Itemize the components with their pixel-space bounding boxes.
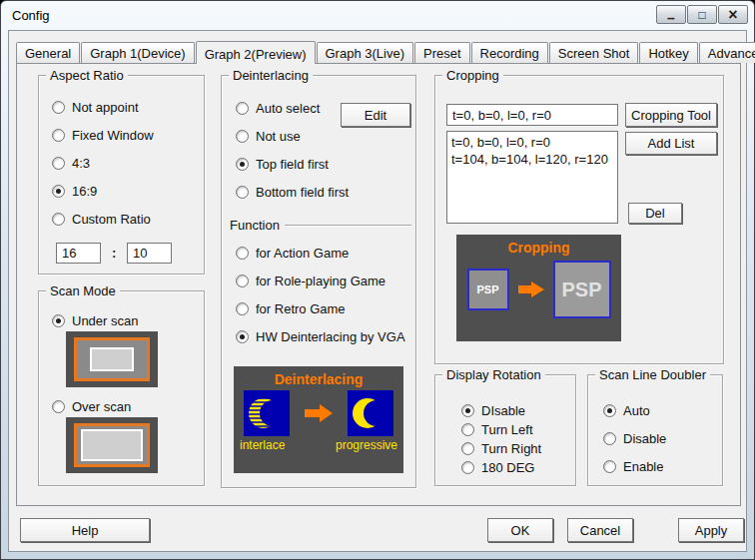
cropping-group: Cropping Cropping Tool t=0, b=0, l=0, r=… <box>434 75 724 364</box>
custom-ratio-height-input[interactable] <box>127 243 172 264</box>
radio-label: for Role-playing Game <box>256 274 385 288</box>
apply-button[interactable]: Apply <box>678 518 744 542</box>
crop-list[interactable]: t=0, b=0, l=0, r=0 t=104, b=104, l=120, … <box>446 131 618 224</box>
tab-preset[interactable]: Preset <box>414 42 470 63</box>
tab-screen-shot[interactable]: Screen Shot <box>549 42 639 63</box>
tab-page-graph2: Aspect Ratio Not appoint Fixed Window 4:… <box>16 63 741 506</box>
tab-general[interactable]: General <box>16 42 80 63</box>
radio-doubler-enable[interactable]: Enable <box>603 459 663 474</box>
radio-label: Under scan <box>72 313 138 328</box>
radio-label: Auto <box>623 403 650 418</box>
radio-icon <box>52 213 65 226</box>
radio-under-scan[interactable]: Under scan <box>52 313 138 328</box>
radio-icon <box>236 275 249 287</box>
function-title: Function <box>230 218 280 233</box>
add-list-button[interactable]: Add List <box>625 132 717 155</box>
monitor-screen-icon <box>90 347 134 371</box>
radio-turn-right[interactable]: Turn Right <box>461 441 541 456</box>
illustration-title: Deinterlacing <box>234 371 403 387</box>
radio-icon <box>603 460 616 473</box>
radio-rotation-disable[interactable]: DIsable <box>461 403 525 418</box>
radio-icon <box>236 330 249 343</box>
radio-icon <box>52 185 65 198</box>
radio-icon <box>52 129 65 142</box>
radio-not-use[interactable]: Not use <box>236 129 301 144</box>
psp-small-image: PSP <box>467 269 509 310</box>
radio-label: for Retro Game <box>256 301 346 316</box>
list-item[interactable]: t=104, b=104, l=120, r=120 <box>451 151 613 168</box>
minimize-icon: – <box>667 11 675 25</box>
radio-icon <box>603 404 616 417</box>
radio-label: Turn Right <box>481 441 541 456</box>
radio-custom-ratio[interactable]: Custom Ratio <box>52 212 151 227</box>
radio-fixed-window[interactable]: Fixed Window <box>52 128 154 143</box>
radio-icon <box>52 314 65 327</box>
minimize-button[interactable]: – <box>656 5 686 24</box>
cropping-illustration: Cropping PSP PSP <box>456 235 621 341</box>
radio-4-3[interactable]: 4:3 <box>52 156 90 171</box>
radio-icon <box>236 102 249 115</box>
radio-16-9[interactable]: 16:9 <box>52 184 97 199</box>
radio-doubler-auto[interactable]: Auto <box>603 403 650 418</box>
radio-for-role-playing-game[interactable]: for Role-playing Game <box>236 274 385 288</box>
radio-icon <box>236 158 249 171</box>
interlace-label: interlace <box>240 438 285 452</box>
del-button[interactable]: Del <box>628 203 682 224</box>
scan-line-doubler-group: Scan Line Doubler Auto Disable Enable <box>587 374 723 486</box>
radio-icon <box>236 247 249 260</box>
radio-top-field-first[interactable]: Top field first <box>236 157 329 172</box>
deinterlacing-group: Deinterlacing Auto select Edit Not use T… <box>221 75 416 488</box>
radio-label: Custom Ratio <box>72 212 151 227</box>
radio-not-appoint[interactable]: Not appoint <box>52 100 139 115</box>
radio-icon <box>461 461 474 474</box>
scan-mode-title: Scan Mode <box>46 283 120 298</box>
ratio-colon: : <box>112 246 116 261</box>
interlaced-moon-icon <box>244 390 290 436</box>
tab-recording[interactable]: Recording <box>471 42 548 63</box>
config-window: Config – □ × General Graph 1(Device) Gra… <box>0 0 755 560</box>
illustration-row: PSP PSP <box>456 261 621 318</box>
maximize-button[interactable]: □ <box>687 5 717 24</box>
dialog-body: General Graph 1(Device) Graph 2(Preview)… <box>8 30 747 552</box>
radio-label: 16:9 <box>72 184 97 199</box>
radio-bottom-field-first[interactable]: Bottom field first <box>236 185 349 200</box>
help-button[interactable]: Help <box>20 518 150 542</box>
radio-icon <box>461 442 474 455</box>
cancel-button[interactable]: Cancel <box>567 518 633 542</box>
cropping-tool-button[interactable]: Cropping Tool <box>625 103 717 127</box>
close-button[interactable]: × <box>718 5 748 24</box>
cropping-title: Cropping <box>442 68 503 83</box>
radio-turn-left[interactable]: Turn Left <box>461 422 533 437</box>
tab-hotkey[interactable]: Hotkey <box>639 42 697 63</box>
ok-button[interactable]: OK <box>487 518 553 542</box>
radio-label: 4:3 <box>72 156 90 171</box>
tab-graph3-live[interactable]: Graph 3(Live) <box>317 42 413 63</box>
radio-label: Not appoint <box>72 100 139 115</box>
radio-180-deg[interactable]: 180 DEG <box>461 460 534 475</box>
radio-label: HW Deinterlacing by VGA <box>256 329 405 344</box>
radio-label: for Action Game <box>256 246 349 261</box>
radio-icon <box>461 404 474 417</box>
radio-icon <box>236 130 249 143</box>
monitor-frame-icon <box>74 337 150 381</box>
radio-hw-deinterlacing-vga[interactable]: HW Deinterlacing by VGA <box>236 329 405 344</box>
list-item[interactable]: t=0, b=0, l=0, r=0 <box>451 134 613 151</box>
radio-for-retro-game[interactable]: for Retro Game <box>236 301 346 316</box>
crop-values-input[interactable] <box>446 104 618 126</box>
radio-auto-select[interactable]: Auto select <box>236 101 320 116</box>
tab-graph1-device[interactable]: Graph 1(Device) <box>81 42 194 63</box>
radio-icon <box>236 302 249 315</box>
psp-label: PSP <box>476 283 498 295</box>
radio-label: Bottom field first <box>256 185 349 200</box>
custom-ratio-width-input[interactable] <box>56 243 101 264</box>
radio-over-scan[interactable]: Over scan <box>52 399 131 414</box>
tab-advanced[interactable]: Advanced <box>699 42 755 63</box>
tab-graph2-preview[interactable]: Graph 2(Preview) <box>196 41 316 64</box>
titlebar[interactable]: Config – □ × <box>1 1 754 30</box>
progressive-moon-icon <box>348 390 393 436</box>
radio-for-action-game[interactable]: for Action Game <box>236 246 349 261</box>
illustration-row <box>234 387 403 436</box>
edit-button[interactable]: Edit <box>341 103 410 127</box>
radio-doubler-disable[interactable]: Disable <box>603 431 666 446</box>
radio-label: Enable <box>623 459 663 474</box>
